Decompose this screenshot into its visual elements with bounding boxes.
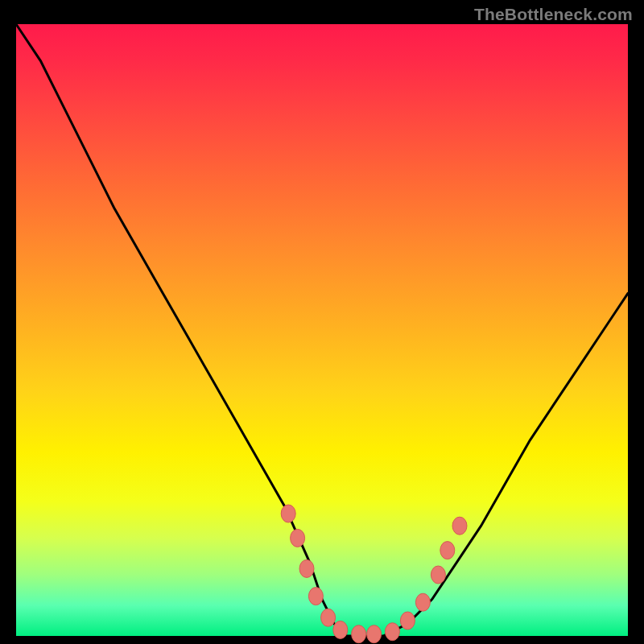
curve-markers — [281, 505, 467, 643]
curve-marker — [452, 517, 467, 535]
curve-svg — [16, 24, 628, 636]
curve-marker — [431, 566, 445, 584]
curve-marker — [367, 625, 382, 643]
curve-marker — [415, 593, 430, 611]
curve-marker — [321, 609, 336, 626]
watermark-text: TheBottleneck.com — [474, 5, 633, 24]
curve-marker — [308, 588, 323, 605]
plot-area — [16, 24, 628, 636]
curve-marker — [281, 505, 295, 522]
curve-marker — [299, 559, 314, 577]
curve-marker — [400, 612, 415, 630]
curve-marker — [352, 625, 366, 643]
curve-marker — [440, 542, 455, 559]
bottleneck-curve — [16, 24, 628, 636]
curve-marker — [333, 621, 348, 638]
curve-marker — [291, 529, 305, 547]
curve-marker — [385, 623, 399, 641]
chart-frame: TheBottleneck.com — [0, 0, 644, 644]
